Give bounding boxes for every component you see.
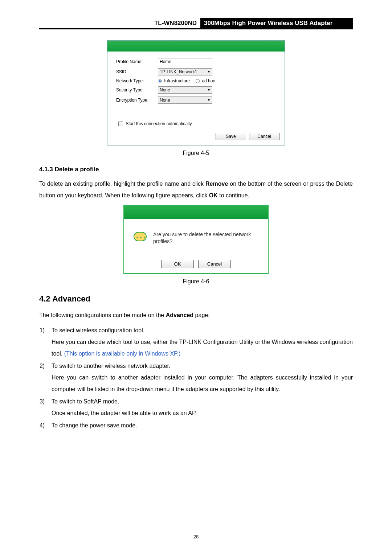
ok-button[interactable]: OK <box>161 260 194 268</box>
dialog-titlebar <box>124 206 268 219</box>
figure-4-6-caption: Figure 4-6 <box>39 278 353 285</box>
profile-dialog: Profile Name: SSID: TP-LINK_Network1 ▼ N… <box>107 40 285 145</box>
section-4-2-intro: The following configurations can be made… <box>39 309 353 321</box>
save-button[interactable]: Save <box>216 133 246 140</box>
page-number: 28 <box>0 534 392 539</box>
network-type-label: Network Type: <box>116 78 158 83</box>
infrastructure-radio-label: Infrastructure <box>164 78 190 83</box>
chevron-down-icon: ▼ <box>207 98 211 102</box>
encryption-type-label: Encryption Type: <box>116 98 158 103</box>
advanced-options-list: To select wireless configuration tool. H… <box>39 325 353 431</box>
radio-icon <box>196 79 200 83</box>
security-type-select[interactable]: None ▼ <box>158 86 212 94</box>
list-item: To select wireless configuration tool. H… <box>48 325 353 360</box>
section-4-2-heading: 4.2 Advanced <box>39 294 353 304</box>
profile-name-label: Profile Name: <box>116 59 158 64</box>
profile-name-input[interactable] <box>158 58 212 65</box>
document-header: TL-WN8200ND 300Mbps High Power Wireless … <box>39 18 353 29</box>
cancel-button[interactable]: Cancel <box>198 260 231 268</box>
ssid-label: SSID: <box>116 69 158 74</box>
list-item: To change the power save mode. <box>48 420 353 431</box>
confirm-message: Are you sure to delete the selected netw… <box>153 231 258 245</box>
list-item: To switch to another wireless network ad… <box>48 360 353 395</box>
cancel-button[interactable]: Cancel <box>249 133 279 140</box>
model-number: TL-WN8200ND <box>39 18 200 28</box>
security-type-value: None <box>160 87 170 93</box>
infrastructure-radio[interactable]: Infrastructure <box>158 78 190 83</box>
list-item: To switch to SoftAP mode. Once enabled, … <box>48 396 353 419</box>
ssid-select[interactable]: TP-LINK_Network1 ▼ <box>158 68 212 75</box>
confirm-dialog: • • • Are you sure to delete the selecte… <box>123 205 269 274</box>
dialog-titlebar <box>107 41 285 52</box>
encryption-type-value: None <box>160 98 170 103</box>
checkbox-icon <box>118 122 123 126</box>
radio-icon <box>158 79 162 83</box>
figure-4-6: • • • Are you sure to delete the selecte… <box>39 205 353 285</box>
chevron-down-icon: ▼ <box>207 88 211 92</box>
xp-only-note: (This option is available only in Window… <box>64 350 181 357</box>
start-auto-label: Start this connection automatically. <box>126 121 193 126</box>
adhoc-radio-label: ad hoc <box>202 78 215 83</box>
figure-4-5: Profile Name: SSID: TP-LINK_Network1 ▼ N… <box>39 40 353 156</box>
chevron-down-icon: ▼ <box>207 70 211 74</box>
figure-4-5-caption: Figure 4-5 <box>39 150 353 156</box>
section-4-1-3-heading: 4.1.3 Delete a profile <box>39 166 353 173</box>
speech-bubble-icon: • • • <box>134 232 147 241</box>
section-4-1-3-paragraph: To delete an existing profile, highlight… <box>39 178 353 201</box>
adhoc-radio[interactable]: ad hoc <box>196 78 215 83</box>
security-type-label: Security Type: <box>116 87 158 93</box>
encryption-type-select[interactable]: None ▼ <box>158 97 212 104</box>
start-auto-row[interactable]: Start this connection automatically. <box>116 121 276 126</box>
product-name: 300Mbps High Power Wireless USB Adapter <box>200 18 353 28</box>
ssid-value: TP-LINK_Network1 <box>160 69 197 74</box>
